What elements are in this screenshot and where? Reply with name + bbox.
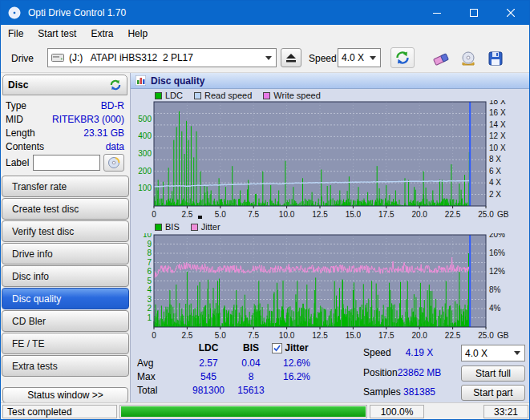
svg-text:14 X: 14 X xyxy=(489,120,506,129)
maximize-button[interactable] xyxy=(455,1,492,25)
svg-text:10 X: 10 X xyxy=(489,143,506,152)
sidebar-item-disc-info[interactable]: Disc info xyxy=(2,265,129,287)
refresh-disc-button[interactable] xyxy=(109,79,122,91)
row-label-max: Max xyxy=(137,371,156,382)
app-icon xyxy=(8,6,21,19)
disc-field-type: TypeBD-R xyxy=(6,100,124,113)
window-controls xyxy=(419,1,529,25)
menu-extra[interactable]: Extra xyxy=(83,26,120,42)
chart-icon xyxy=(136,75,146,86)
svg-text:10: 10 xyxy=(143,233,152,239)
start-full-button[interactable]: Start full xyxy=(461,365,525,382)
svg-text:10.0: 10.0 xyxy=(279,210,295,219)
max-bis: 8 xyxy=(227,371,275,382)
svg-text:20%: 20% xyxy=(489,233,505,239)
field-label: Contents xyxy=(6,141,44,154)
close-button[interactable] xyxy=(492,1,529,25)
menu-help[interactable]: Help xyxy=(120,26,155,42)
window-title: Opti Drive Control 1.70 xyxy=(28,7,126,18)
disc-label-row: Label xyxy=(6,155,126,172)
svg-text:5.0: 5.0 xyxy=(215,210,226,219)
avg-jitter: 12.6% xyxy=(273,357,321,369)
speed-label: Speed xyxy=(309,53,337,64)
sidebar-item-fe-te[interactable]: FE / TE xyxy=(2,333,129,354)
sidebar-item-create-test-disc[interactable]: Create test disc xyxy=(2,198,129,220)
sidebar-item-drive-info[interactable]: Drive info xyxy=(2,243,129,265)
disc-hand-icon xyxy=(460,51,476,66)
eraser-icon xyxy=(433,51,449,66)
sidebar-item-transfer-rate[interactable]: Transfer rate xyxy=(2,176,129,197)
main-header: Disc quality xyxy=(131,73,530,89)
svg-text:0: 0 xyxy=(152,210,156,219)
start-part-button[interactable]: Start part xyxy=(461,385,525,401)
test-speed-select[interactable]: 4.0 X xyxy=(461,345,525,361)
svg-text:1: 1 xyxy=(147,313,152,322)
status-window-button[interactable]: Status window >> xyxy=(2,387,128,403)
eject-icon xyxy=(286,54,296,63)
field-label: MID xyxy=(6,114,23,127)
speed-value: 4.0 X xyxy=(342,52,364,63)
sidebar-item-disc-quality[interactable]: Disc quality xyxy=(2,288,129,309)
field-label: Length xyxy=(6,127,35,140)
chevron-down-icon xyxy=(370,56,376,60)
elapsed-time: 33:21 xyxy=(483,405,528,418)
progress-fill xyxy=(121,406,366,417)
position-stat-value: 23862 MB xyxy=(395,367,443,378)
eject-button[interactable] xyxy=(281,48,301,67)
main-panel: Disc quality LDC Read speed Write speed … xyxy=(130,73,530,404)
disc-panel-header: Disc xyxy=(2,75,127,95)
field-value: 23.31 GB xyxy=(83,127,124,140)
write-disc-button[interactable] xyxy=(458,49,479,68)
svg-text:20.0: 20.0 xyxy=(411,210,427,219)
svg-text:22.5: 22.5 xyxy=(445,210,461,219)
svg-text:25.0: 25.0 xyxy=(478,210,494,219)
bottom-chart-legend: BIS Jitter xyxy=(155,222,232,232)
svg-text:15.0: 15.0 xyxy=(346,331,362,340)
drive-value: (J:) ATAPI iHBS312 2 PL17 xyxy=(69,52,193,63)
svg-text:10.0: 10.0 xyxy=(279,331,295,340)
top-chart-legend: LDC Read speed Write speed xyxy=(155,91,332,100)
disc-panel-title: Disc xyxy=(8,79,28,91)
svg-text:12%: 12% xyxy=(489,267,505,276)
refresh-button[interactable] xyxy=(390,47,415,68)
svg-text:20.0: 20.0 xyxy=(411,331,427,340)
sidebar-item-verify-test-disc[interactable]: Verify test disc xyxy=(2,220,129,242)
sidebar-item-cd-bler[interactable]: CD Bler xyxy=(2,310,129,332)
save-button[interactable] xyxy=(485,49,506,68)
col-header-jitter: Jitter xyxy=(277,342,317,353)
svg-text:9: 9 xyxy=(147,240,152,248)
svg-text:2 X: 2 X xyxy=(489,190,501,199)
chevron-down-icon xyxy=(265,56,272,60)
svg-text:5.0: 5.0 xyxy=(215,331,226,340)
legend-label: LDC xyxy=(165,91,183,100)
svg-text:300: 300 xyxy=(138,149,152,158)
col-header-bis: BIS xyxy=(231,342,271,353)
status-text: Test completed xyxy=(2,405,117,418)
svg-text:4 X: 4 X xyxy=(489,178,501,187)
speed-stat-label: Speed xyxy=(363,347,391,358)
menu-file[interactable]: File xyxy=(1,26,30,42)
total-bis: 15613 xyxy=(227,385,275,396)
titlebar: Opti Drive Control 1.70 xyxy=(1,1,529,25)
field-value: BD-R xyxy=(101,100,124,113)
drive-select[interactable]: (J:) ATAPI iHBS312 2 PL17 xyxy=(47,48,277,67)
write-label-button[interactable] xyxy=(103,154,124,172)
svg-text:17.5: 17.5 xyxy=(378,331,394,340)
speed-select[interactable]: 4.0 X xyxy=(338,48,381,67)
refresh-icon xyxy=(394,50,411,66)
erase-disc-button[interactable] xyxy=(431,49,451,68)
col-header-ldc: LDC xyxy=(188,342,229,353)
svg-text:GB: GB xyxy=(497,331,509,340)
svg-text:12.5: 12.5 xyxy=(312,331,328,340)
minimize-button[interactable] xyxy=(419,1,455,25)
sidebar-item-extra-tests[interactable]: Extra tests xyxy=(2,355,129,377)
svg-text:200: 200 xyxy=(138,167,152,176)
svg-text:16%: 16% xyxy=(489,248,505,257)
disc-label-input[interactable] xyxy=(33,155,100,171)
progress-percent: 100.0% xyxy=(370,405,424,418)
drive-label: Drive xyxy=(11,53,34,64)
chevron-down-icon xyxy=(514,351,520,355)
menu-start-test[interactable]: Start test xyxy=(30,26,83,42)
svg-text:7: 7 xyxy=(147,258,152,267)
svg-text:0: 0 xyxy=(152,331,156,340)
